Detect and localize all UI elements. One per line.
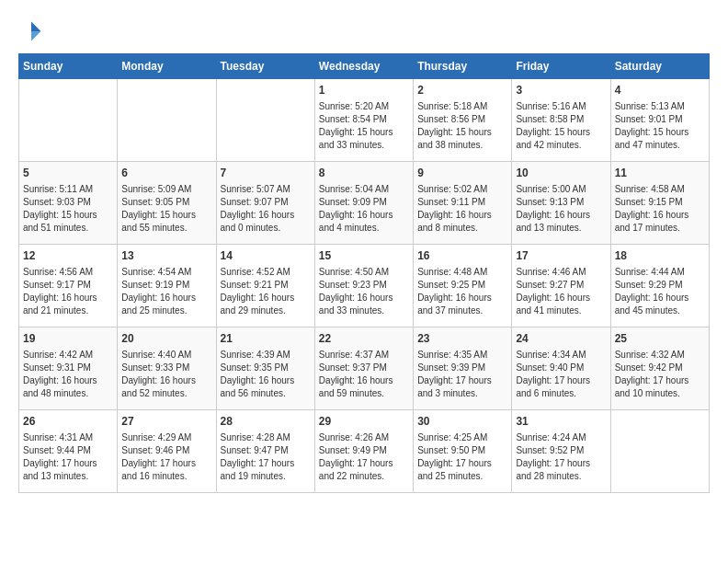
day-info: Sunrise: 5:13 AM Sunset: 9:01 PM Dayligh… xyxy=(615,100,705,152)
day-number: 30 xyxy=(417,414,507,430)
day-info: Sunrise: 4:29 AM Sunset: 9:46 PM Dayligh… xyxy=(121,431,211,483)
day-info: Sunrise: 4:26 AM Sunset: 9:49 PM Dayligh… xyxy=(319,431,409,483)
day-info: Sunrise: 5:00 AM Sunset: 9:13 PM Dayligh… xyxy=(516,183,606,235)
day-info: Sunrise: 4:58 AM Sunset: 9:15 PM Dayligh… xyxy=(615,183,705,235)
calendar-cell: 5Sunrise: 5:11 AM Sunset: 9:03 PM Daylig… xyxy=(19,162,118,245)
day-number: 10 xyxy=(516,166,606,181)
calendar-cell: 6Sunrise: 5:09 AM Sunset: 9:05 PM Daylig… xyxy=(118,162,216,245)
day-number: 19 xyxy=(23,331,113,347)
day-number: 3 xyxy=(516,83,606,98)
calendar-cell: 16Sunrise: 4:48 AM Sunset: 9:25 PM Dayli… xyxy=(414,245,512,327)
day-info: Sunrise: 4:31 AM Sunset: 9:44 PM Dayligh… xyxy=(23,431,113,483)
day-info: Sunrise: 5:18 AM Sunset: 8:56 PM Dayligh… xyxy=(417,100,507,152)
weekday-header-friday: Friday xyxy=(512,54,610,79)
day-info: Sunrise: 4:44 AM Sunset: 9:29 PM Dayligh… xyxy=(615,266,705,317)
calendar-table: SundayMondayTuesdayWednesdayThursdayFrid… xyxy=(18,53,710,493)
weekday-header-wednesday: Wednesday xyxy=(314,54,413,79)
day-info: Sunrise: 4:42 AM Sunset: 9:31 PM Dayligh… xyxy=(23,349,113,400)
svg-marker-0 xyxy=(31,22,41,32)
calendar-cell xyxy=(216,79,314,162)
calendar-cell: 26Sunrise: 4:31 AM Sunset: 9:44 PM Dayli… xyxy=(19,410,118,493)
day-info: Sunrise: 4:32 AM Sunset: 9:42 PM Dayligh… xyxy=(615,349,705,400)
day-info: Sunrise: 4:40 AM Sunset: 9:33 PM Dayligh… xyxy=(121,349,211,400)
day-number: 17 xyxy=(516,248,606,264)
calendar-cell: 14Sunrise: 4:52 AM Sunset: 9:21 PM Dayli… xyxy=(216,245,314,327)
day-info: Sunrise: 5:07 AM Sunset: 9:07 PM Dayligh… xyxy=(221,183,311,235)
day-info: Sunrise: 5:20 AM Sunset: 8:54 PM Dayligh… xyxy=(319,100,409,152)
day-number: 24 xyxy=(516,331,606,347)
calendar-week-row: 5Sunrise: 5:11 AM Sunset: 9:03 PM Daylig… xyxy=(19,162,710,245)
day-info: Sunrise: 4:54 AM Sunset: 9:19 PM Dayligh… xyxy=(121,266,211,317)
calendar-cell xyxy=(19,79,118,162)
day-number: 2 xyxy=(417,83,507,98)
day-number: 1 xyxy=(319,83,409,98)
day-info: Sunrise: 4:50 AM Sunset: 9:23 PM Dayligh… xyxy=(319,266,409,317)
day-number: 27 xyxy=(121,414,211,430)
calendar-cell: 2Sunrise: 5:18 AM Sunset: 8:56 PM Daylig… xyxy=(414,79,512,162)
day-info: Sunrise: 5:04 AM Sunset: 9:09 PM Dayligh… xyxy=(319,183,409,235)
calendar-cell: 29Sunrise: 4:26 AM Sunset: 9:49 PM Dayli… xyxy=(314,410,413,493)
day-number: 4 xyxy=(615,83,705,98)
day-number: 9 xyxy=(417,166,507,181)
day-number: 16 xyxy=(417,248,507,264)
calendar-cell: 30Sunrise: 4:25 AM Sunset: 9:50 PM Dayli… xyxy=(414,410,512,493)
day-number: 23 xyxy=(417,331,507,347)
logo xyxy=(18,18,48,44)
day-info: Sunrise: 5:16 AM Sunset: 8:58 PM Dayligh… xyxy=(516,100,606,152)
calendar-cell: 8Sunrise: 5:04 AM Sunset: 9:09 PM Daylig… xyxy=(314,162,413,245)
day-info: Sunrise: 4:28 AM Sunset: 9:47 PM Dayligh… xyxy=(221,431,311,483)
weekday-header-row: SundayMondayTuesdayWednesdayThursdayFrid… xyxy=(19,54,710,79)
day-number: 11 xyxy=(615,166,705,181)
day-info: Sunrise: 5:09 AM Sunset: 9:05 PM Dayligh… xyxy=(121,183,211,235)
page-header xyxy=(18,18,710,44)
day-info: Sunrise: 4:52 AM Sunset: 9:21 PM Dayligh… xyxy=(221,266,311,317)
calendar-cell: 3Sunrise: 5:16 AM Sunset: 8:58 PM Daylig… xyxy=(512,79,610,162)
calendar-cell: 9Sunrise: 5:02 AM Sunset: 9:11 PM Daylig… xyxy=(414,162,512,245)
calendar-cell: 19Sunrise: 4:42 AM Sunset: 9:31 PM Dayli… xyxy=(19,327,118,410)
calendar-header: SundayMondayTuesdayWednesdayThursdayFrid… xyxy=(19,54,710,79)
day-number: 8 xyxy=(319,166,409,181)
calendar-cell: 21Sunrise: 4:39 AM Sunset: 9:35 PM Dayli… xyxy=(216,327,314,410)
calendar-cell: 22Sunrise: 4:37 AM Sunset: 9:37 PM Dayli… xyxy=(314,327,413,410)
weekday-header-monday: Monday xyxy=(118,54,216,79)
weekday-header-tuesday: Tuesday xyxy=(216,54,314,79)
day-number: 7 xyxy=(221,166,311,181)
calendar-cell: 28Sunrise: 4:28 AM Sunset: 9:47 PM Dayli… xyxy=(216,410,314,493)
calendar-cell: 10Sunrise: 5:00 AM Sunset: 9:13 PM Dayli… xyxy=(512,162,610,245)
calendar-week-row: 19Sunrise: 4:42 AM Sunset: 9:31 PM Dayli… xyxy=(19,327,710,410)
calendar-cell: 31Sunrise: 4:24 AM Sunset: 9:52 PM Dayli… xyxy=(512,410,610,493)
day-number: 28 xyxy=(221,414,311,430)
day-info: Sunrise: 4:34 AM Sunset: 9:40 PM Dayligh… xyxy=(516,349,606,400)
calendar-cell: 24Sunrise: 4:34 AM Sunset: 9:40 PM Dayli… xyxy=(512,327,610,410)
day-number: 31 xyxy=(516,414,606,430)
calendar-week-row: 26Sunrise: 4:31 AM Sunset: 9:44 PM Dayli… xyxy=(19,410,710,493)
day-number: 21 xyxy=(221,331,311,347)
calendar-cell: 18Sunrise: 4:44 AM Sunset: 9:29 PM Dayli… xyxy=(610,245,709,327)
day-number: 15 xyxy=(319,248,409,264)
calendar-cell: 17Sunrise: 4:46 AM Sunset: 9:27 PM Dayli… xyxy=(512,245,610,327)
day-info: Sunrise: 4:24 AM Sunset: 9:52 PM Dayligh… xyxy=(516,431,606,483)
day-info: Sunrise: 4:39 AM Sunset: 9:35 PM Dayligh… xyxy=(221,349,311,400)
day-number: 29 xyxy=(319,414,409,430)
day-info: Sunrise: 5:02 AM Sunset: 9:11 PM Dayligh… xyxy=(417,183,507,235)
weekday-header-saturday: Saturday xyxy=(610,54,709,79)
calendar-cell: 20Sunrise: 4:40 AM Sunset: 9:33 PM Dayli… xyxy=(118,327,216,410)
calendar-cell: 27Sunrise: 4:29 AM Sunset: 9:46 PM Dayli… xyxy=(118,410,216,493)
calendar-cell: 12Sunrise: 4:56 AM Sunset: 9:17 PM Dayli… xyxy=(19,245,118,327)
day-number: 6 xyxy=(121,166,211,181)
calendar-body: 1Sunrise: 5:20 AM Sunset: 8:54 PM Daylig… xyxy=(19,79,710,493)
weekday-header-sunday: Sunday xyxy=(19,54,118,79)
day-number: 13 xyxy=(121,248,211,264)
day-info: Sunrise: 4:25 AM Sunset: 9:50 PM Dayligh… xyxy=(417,431,507,483)
calendar-cell: 11Sunrise: 4:58 AM Sunset: 9:15 PM Dayli… xyxy=(610,162,709,245)
calendar-cell: 13Sunrise: 4:54 AM Sunset: 9:19 PM Dayli… xyxy=(118,245,216,327)
calendar-cell xyxy=(118,79,216,162)
calendar-cell: 23Sunrise: 4:35 AM Sunset: 9:39 PM Dayli… xyxy=(414,327,512,410)
day-number: 14 xyxy=(221,248,311,264)
calendar-cell: 4Sunrise: 5:13 AM Sunset: 9:01 PM Daylig… xyxy=(610,79,709,162)
calendar-cell: 15Sunrise: 4:50 AM Sunset: 9:23 PM Dayli… xyxy=(314,245,413,327)
day-info: Sunrise: 5:11 AM Sunset: 9:03 PM Dayligh… xyxy=(23,183,113,235)
day-number: 26 xyxy=(23,414,113,430)
calendar-cell: 7Sunrise: 5:07 AM Sunset: 9:07 PM Daylig… xyxy=(216,162,314,245)
calendar-week-row: 1Sunrise: 5:20 AM Sunset: 8:54 PM Daylig… xyxy=(19,79,710,162)
